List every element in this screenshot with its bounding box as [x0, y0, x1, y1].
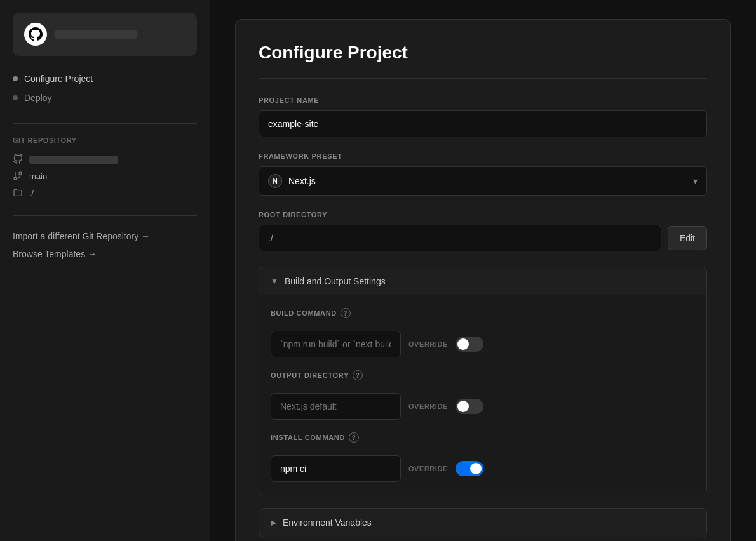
project-name-label: PROJECT NAME	[259, 97, 707, 104]
branch-value: main	[29, 171, 47, 181]
chevron-down-icon: ▾	[693, 176, 698, 186]
env-section-title: Environment Variables	[283, 518, 372, 528]
build-command-input[interactable]	[271, 331, 401, 357]
svg-point-1	[19, 172, 22, 175]
framework-preset-group: FRAMEWORK PRESET N Next.js ▾	[259, 152, 707, 196]
output-override-label: OVERRIDE	[408, 403, 448, 410]
install-cmd-help-icon[interactable]: ?	[349, 432, 359, 443]
install-command-label: INSTALL COMMAND ?	[271, 432, 359, 443]
install-override-label: OVERRIDE	[408, 465, 448, 472]
build-arrow-icon: ▼	[271, 277, 278, 286]
branch-item: main	[13, 171, 197, 181]
step-label-configure: Configure Project	[24, 74, 93, 84]
sidebar-links: Import a different Git Repository → Brow…	[13, 231, 197, 259]
folder-icon	[13, 187, 23, 197]
build-output-header[interactable]: ▼ Build and Output Settings	[259, 267, 706, 295]
build-command-override-row: OVERRIDE	[271, 331, 483, 357]
output-directory-row: OUTPUT DIRECTORY ? OVERRIDE	[271, 370, 695, 420]
browse-templates-link[interactable]: Browse Templates →	[13, 249, 197, 259]
sidebar-divider-2	[13, 215, 197, 216]
env-variables-section[interactable]: ▶ Environment Variables	[259, 508, 707, 537]
edit-button[interactable]: Edit	[668, 226, 707, 250]
sidebar: Configure Project Deploy GIT REPOSITORY …	[0, 0, 210, 541]
repo-fullname-blur	[29, 156, 118, 164]
github-icon	[29, 27, 43, 41]
output-directory-label: OUTPUT DIRECTORY ?	[271, 370, 363, 380]
build-command-help-icon[interactable]: ?	[341, 308, 351, 318]
repo-name-item	[13, 154, 197, 164]
build-command-label: BUILD COMMAND ?	[271, 308, 351, 318]
framework-select[interactable]: N Next.js ▾	[259, 166, 707, 196]
import-repo-link[interactable]: Import a different Git Repository →	[13, 231, 197, 241]
framework-value: Next.js	[288, 176, 316, 186]
install-override-toggle[interactable]	[456, 461, 483, 476]
build-section-title: Build and Output Settings	[285, 276, 386, 286]
output-directory-override-row: OVERRIDE	[271, 393, 483, 420]
directory-value: ./	[29, 188, 34, 197]
sidebar-repo-info: main ./	[13, 154, 197, 197]
output-directory-input[interactable]	[271, 393, 401, 420]
nextjs-icon: N	[268, 174, 282, 188]
project-name-input[interactable]	[259, 110, 707, 137]
output-toggle-knob	[457, 401, 469, 412]
github-small-icon	[13, 154, 23, 164]
sidebar-step-configure[interactable]: Configure Project	[13, 74, 197, 84]
build-override-label: OVERRIDE	[408, 340, 448, 348]
branch-icon	[13, 171, 23, 181]
main-content: Configure Project PROJECT NAME FRAMEWORK…	[210, 0, 756, 541]
install-command-input[interactable]	[271, 455, 401, 482]
root-directory-label: ROOT DIRECTORY	[259, 211, 707, 218]
install-toggle-knob	[470, 463, 482, 474]
framework-label: FRAMEWORK PRESET	[259, 152, 707, 160]
github-logo	[24, 23, 47, 46]
github-card	[13, 13, 197, 56]
root-directory-row: Edit	[259, 225, 707, 251]
build-output-section: ▼ Build and Output Settings BUILD COMMAN…	[259, 267, 707, 495]
build-command-row: BUILD COMMAND ? OVERRIDE	[271, 308, 695, 357]
configure-panel: Configure Project PROJECT NAME FRAMEWORK…	[235, 19, 731, 541]
sidebar-step-deploy[interactable]: Deploy	[13, 93, 197, 103]
env-arrow-icon: ▶	[271, 518, 276, 527]
git-repository-title: GIT REPOSITORY	[13, 137, 197, 144]
step-label-deploy: Deploy	[24, 93, 52, 103]
sidebar-divider-1	[13, 123, 197, 124]
project-name-group: PROJECT NAME	[259, 97, 707, 137]
root-directory-input[interactable]	[259, 225, 661, 251]
build-output-content: BUILD COMMAND ? OVERRIDE OUTPUT DIRECT	[259, 295, 706, 495]
install-command-override-row: OVERRIDE	[271, 455, 483, 482]
panel-title: Configure Project	[259, 43, 707, 79]
build-override-toggle[interactable]	[456, 337, 483, 352]
build-toggle-knob	[457, 338, 469, 350]
sidebar-steps: Configure Project Deploy	[13, 74, 197, 103]
step-dot-configure	[13, 76, 18, 81]
output-dir-help-icon[interactable]: ?	[353, 370, 363, 380]
svg-point-2	[14, 177, 17, 180]
root-directory-group: ROOT DIRECTORY Edit	[259, 211, 707, 251]
directory-item: ./	[13, 187, 197, 197]
output-override-toggle[interactable]	[456, 399, 483, 414]
framework-select-left: N Next.js	[268, 174, 316, 188]
install-command-row: INSTALL COMMAND ? OVERRIDE	[271, 432, 695, 482]
repo-name-blur	[55, 30, 137, 39]
step-dot-deploy	[13, 95, 18, 100]
